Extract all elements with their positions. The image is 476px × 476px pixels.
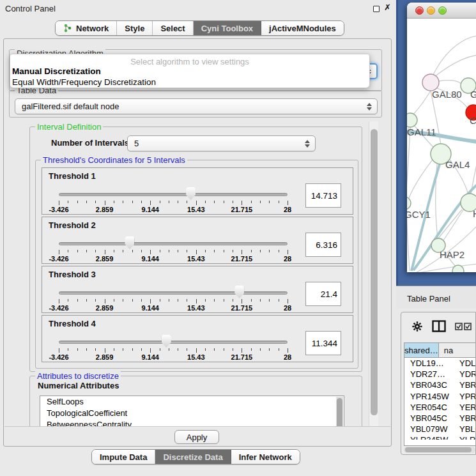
close-window-icon[interactable]: [415, 6, 424, 15]
table-row[interactable]: YBR045C YBR0: [404, 413, 476, 424]
slider-thumb[interactable]: [162, 335, 171, 348]
threshold-value-input[interactable]: [305, 282, 341, 306]
table-data-selected-value: galFiltered.sif default node: [15, 102, 364, 111]
threshold-list: Threshold 1 -3.4262.8599.14415.4321.7152…: [42, 167, 353, 364]
table-horizontal-scrollbar[interactable]: [404, 447, 475, 453]
node-label: GAL11: [407, 127, 436, 137]
tab-discretize-data[interactable]: Discretize Data: [155, 450, 231, 464]
table-data-select[interactable]: galFiltered.sif default node: [15, 98, 378, 114]
node-label: C: [470, 115, 476, 126]
slider-track[interactable]: [59, 341, 288, 344]
number-of-intervals-value: 5: [128, 139, 302, 148]
slider-thumb[interactable]: [234, 286, 244, 298]
slider-tick-labels: -3.4262.8599.14415.4321.71528: [59, 255, 288, 263]
table-panel-title: Table Panel: [407, 294, 450, 303]
control-panel-title: Control Panel: [5, 4, 56, 13]
cyni-mode-tabs: Impute DataDiscretize DataInfer Network: [91, 449, 300, 464]
network-edge[interactable]: [413, 91, 431, 115]
zoom-window-icon[interactable]: [438, 6, 447, 15]
slider-track[interactable]: [59, 291, 288, 295]
thresholds-group: Threshold's Coordinates for 5 Intervals …: [35, 160, 358, 369]
settings-vertical-scrollbar[interactable]: [369, 121, 378, 427]
node-label: H: [473, 208, 476, 219]
network-edge[interactable]: [433, 36, 476, 75]
algorithm-option-equal-width[interactable]: Equal Width/Frequency Discretization: [12, 77, 156, 87]
threshold-label: Threshold 1: [49, 171, 96, 181]
network-node-bottom-node[interactable]: [452, 265, 464, 272]
node-label: GAL80: [432, 89, 462, 100]
gear-icon[interactable]: [411, 321, 423, 332]
column-header-name[interactable]: na: [439, 343, 476, 358]
network-canvas[interactable]: GAL80GACGAL11GAL4GCY1HHAP2: [407, 19, 476, 272]
attribute-item[interactable]: TopologicalCoefficient: [40, 408, 344, 419]
number-of-intervals-select[interactable]: 5: [127, 135, 316, 151]
control-panel-tabs: NetworkStyleSelectCyni ToolboxjActiveMNo…: [55, 20, 344, 36]
slider-ticks: [59, 299, 288, 304]
attribute-item[interactable]: SelfLoops: [40, 396, 344, 408]
tab-impute-data[interactable]: Impute Data: [92, 450, 155, 464]
tab-cyni-toolbox[interactable]: Cyni Toolbox: [194, 21, 261, 35]
threshold-value-input[interactable]: [305, 183, 341, 208]
threshold-label: Threshold 4: [49, 319, 96, 328]
threshold-box-3: Threshold 3 -3.4262.8599.14415.4321.7152…: [42, 266, 353, 313]
apply-row: Apply: [4, 426, 390, 446]
interval-definition-group-title: Interval Definition: [35, 122, 103, 132]
slider-track[interactable]: [59, 193, 288, 196]
slider-ticks: [59, 348, 288, 353]
attributes-group-title: Attributes to discretize: [35, 371, 121, 381]
select-columns-icon[interactable]: [455, 323, 472, 330]
select-arrows-icon: [302, 140, 312, 148]
network-view-window[interactable]: GAL80GACGAL11GAL4GCY1HHAP2: [407, 3, 476, 272]
scrollbar-thumb[interactable]: [371, 129, 378, 415]
network-window-titlebar[interactable]: [407, 3, 476, 19]
threshold-value-input[interactable]: [305, 331, 341, 355]
slider-thumb[interactable]: [125, 236, 134, 249]
apply-button[interactable]: Apply: [174, 430, 219, 444]
algorithm-option-manual[interactable]: Manual Discretization: [12, 66, 101, 76]
control-panel-titlebar: Control Panel ✗: [0, 0, 396, 18]
network-edge[interactable]: [438, 81, 461, 84]
numerical-attributes-heading: Numerical Attributes: [38, 381, 119, 390]
table-row[interactable]: YBR043C YBR0: [404, 380, 476, 390]
threshold-box-1: Threshold 1 -3.4262.8599.14415.4321.7152…: [42, 167, 353, 215]
select-arrows-icon: [364, 103, 374, 111]
numerical-attributes-list[interactable]: SelfLoopsTopologicalCoefficientBetweenne…: [40, 395, 344, 427]
float-panel-icon[interactable]: [373, 6, 380, 12]
table-row[interactable]: YER054C YER0: [404, 402, 476, 413]
tab-jactivemnodules[interactable]: jActiveMNodules: [261, 21, 344, 35]
slider-ticks: [59, 250, 288, 255]
algorithm-dropdown-popup: Select algorithm to view settings Manual…: [10, 54, 370, 88]
network-node-gal11[interactable]: [407, 113, 417, 127]
table-row[interactable]: YLR345W YLR3: [404, 434, 476, 440]
network-edge[interactable]: [407, 127, 410, 197]
tab-style[interactable]: Style: [117, 21, 153, 35]
column-header-shared-name[interactable]: shared…: [404, 343, 439, 358]
tab-select[interactable]: Select: [153, 21, 193, 35]
split-panel-icon[interactable]: [432, 320, 446, 332]
node-label: GA: [470, 89, 476, 100]
table-row[interactable]: YPR145W YPR1: [404, 391, 476, 402]
slider-thumb[interactable]: [186, 187, 196, 200]
close-panel-icon[interactable]: ✗: [384, 3, 391, 12]
threshold-label: Threshold 3: [49, 270, 96, 279]
table-row[interactable]: YDR27… YDR2: [404, 369, 476, 380]
tab-infer-network[interactable]: Infer Network: [231, 450, 300, 464]
scrollbar-thumb[interactable]: [405, 447, 472, 452]
table-body: YDL19… YDL1 YDR27… YDR2 YBR043C YBR0 YPR…: [404, 358, 476, 440]
table-panel-header: Table Panel: [396, 286, 476, 309]
network-node-gcy1[interactable]: [407, 197, 411, 210]
number-of-intervals-label: Number of Intervals: [51, 138, 129, 148]
tab-network[interactable]: Network: [56, 21, 117, 35]
slider-track[interactable]: [59, 242, 288, 245]
network-desktop: GAL80GACGAL11GAL4GCY1HHAP2: [396, 0, 476, 286]
settings-scroll-area: Interval Definition Number of Intervals …: [9, 121, 368, 427]
table-row[interactable]: YDL19… YDL1: [404, 358, 476, 369]
attributes-list-scrollbar[interactable]: [336, 397, 343, 427]
slider-tick-labels: -3.4262.8599.14415.4321.71528: [59, 304, 288, 312]
network-edge[interactable]: [434, 55, 476, 77]
minimize-window-icon[interactable]: [427, 6, 435, 15]
table-row[interactable]: YBL079W YBL0: [404, 424, 476, 434]
attributes-group: Attributes to discretize Numerical Attri…: [29, 376, 362, 427]
network-edge[interactable]: [409, 160, 433, 198]
threshold-value-input[interactable]: [305, 233, 341, 257]
